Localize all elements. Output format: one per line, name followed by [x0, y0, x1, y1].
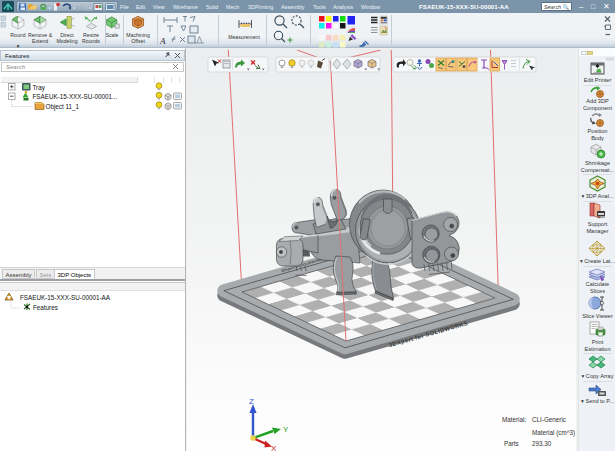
- svg-text:Edit Printer: Edit Printer: [584, 77, 612, 83]
- svg-text:Manager: Manager: [586, 228, 608, 234]
- svg-text:▾ Create Lat...: ▾ Create Lat...: [580, 258, 615, 264]
- svg-text:Component: Component: [583, 105, 612, 111]
- svg-text:Parts: Parts: [504, 440, 519, 447]
- svg-text:Add 3DP: Add 3DP: [586, 98, 609, 104]
- svg-text:Slices: Slices: [590, 288, 605, 294]
- svg-text:A: A: [159, 36, 166, 46]
- svg-text:Shrinkage: Shrinkage: [585, 160, 610, 166]
- svg-text:▾ 3DP Anal...: ▾ 3DP Anal...: [581, 193, 614, 199]
- svg-text:CLI-Generic: CLI-Generic: [532, 416, 566, 423]
- svg-text:Material:: Material:: [502, 416, 526, 423]
- svg-text:FSAEUK-15-XXX-SU-00001...: FSAEUK-15-XXX-SU-00001...: [33, 93, 118, 100]
- svg-text:Slice Viewer: Slice Viewer: [582, 313, 613, 319]
- svg-text:293.30: 293.30: [532, 440, 552, 447]
- svg-text:Y: Y: [283, 425, 289, 434]
- svg-text:Material (cm^3): Material (cm^3): [532, 429, 575, 437]
- svg-text:Object 11_1: Object 11_1: [46, 103, 80, 111]
- svg-text:Z: Z: [249, 397, 254, 406]
- svg-text:Calculate: Calculate: [586, 281, 609, 287]
- svg-text:▾ Copy Array: ▾ Copy Array: [581, 373, 613, 379]
- svg-text:▾ Send to P...: ▾ Send to P...: [581, 398, 614, 404]
- svg-text:FSAEUK-15-XXX-SU-00001-AA: FSAEUK-15-XXX-SU-00001-AA: [20, 294, 111, 301]
- svg-text:Position: Position: [588, 128, 608, 134]
- svg-text:Body: Body: [591, 135, 604, 141]
- svg-text:Estimation: Estimation: [584, 346, 610, 352]
- svg-text:Tray: Tray: [33, 84, 46, 92]
- svg-text:X: X: [271, 444, 277, 451]
- svg-text:Print: Print: [592, 339, 604, 345]
- svg-text:Compensat...: Compensat...: [581, 167, 615, 173]
- svg-text:Support: Support: [588, 221, 608, 227]
- svg-text:Features: Features: [33, 304, 58, 311]
